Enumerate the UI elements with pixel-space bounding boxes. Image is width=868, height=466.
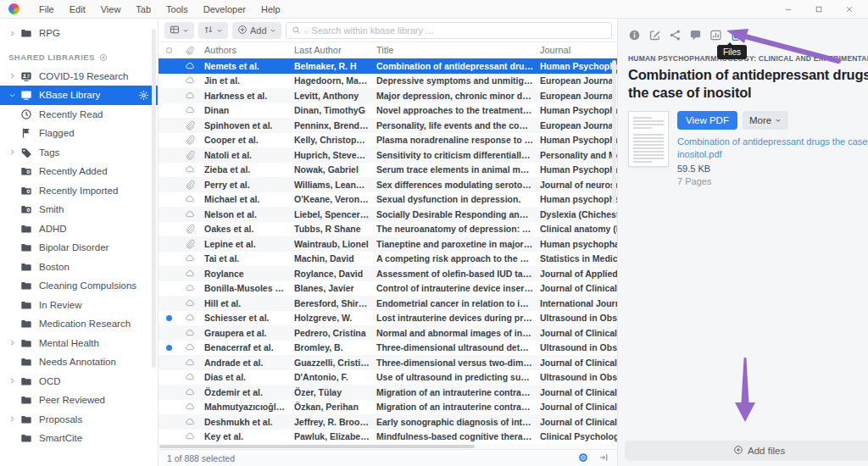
library-settings-gear-icon[interactable]	[138, 90, 149, 101]
sync-target-icon[interactable]	[578, 452, 588, 464]
chevron-down-icon[interactable]	[8, 92, 20, 99]
table-row[interactable]: Schiesser et al.Holzgreve, W.Lost intrau…	[159, 311, 617, 326]
sidebar-item-recently-added[interactable]: Recently Added	[0, 162, 158, 181]
chevron-right-icon[interactable]	[8, 30, 20, 37]
chevron-right-icon[interactable]	[8, 72, 20, 80]
menu-tools[interactable]: Tools	[159, 0, 196, 19]
sidebar-item-peer-reviewed[interactable]: Peer Reviewed	[0, 391, 158, 410]
add-shared-library-icon[interactable]	[95, 53, 108, 62]
horizontal-scrollbar[interactable]	[159, 445, 475, 448]
menu-help[interactable]: Help	[253, 0, 288, 19]
sidebar-item-cleaning-compulsions[interactable]: Cleaning Compulsions	[0, 276, 158, 296]
chevron-right-icon[interactable]	[8, 377, 20, 385]
edit-icon[interactable]	[648, 29, 661, 42]
sidebar-item-recently-imported[interactable]: Recently Imported	[0, 181, 158, 201]
search-box[interactable]	[286, 22, 612, 39]
plus-circle-icon	[733, 445, 743, 457]
sidebar-item-covid-19-research[interactable]: COVID-19 Research	[0, 67, 158, 86]
sidebar-item-bipolar-disorder[interactable]: Bipolar Disorder	[0, 238, 158, 258]
title-cell: Depressive symptoms and unmitigated comm…	[376, 75, 540, 86]
sidebar-item-needs-annotation[interactable]: Needs Annotation	[0, 352, 158, 372]
sidebar-item-rpg[interactable]: RPG	[0, 24, 158, 43]
chevron-right-icon[interactable]	[8, 339, 20, 347]
chevron-right-icon[interactable]	[8, 148, 20, 156]
sidebar-item-medication-research[interactable]: Medication Research	[0, 314, 158, 334]
table-row[interactable]: Dias et al.D'Antonio, F.Use of ultrasoun…	[159, 370, 617, 386]
menu-edit[interactable]: Edit	[62, 0, 93, 19]
menu-file[interactable]: File	[31, 0, 62, 19]
table-row[interactable]: Jin et al.Hagedoorn, MariëtDepressive sy…	[159, 74, 617, 89]
more-button-label: More	[749, 115, 771, 125]
table-row[interactable]: Oakes et al.Tubbs, R ShaneThe neuroanato…	[159, 222, 617, 237]
table-row[interactable]: Tai et al.Machin, DavidA competing risk …	[159, 252, 617, 267]
collapse-panel-icon[interactable]	[598, 452, 609, 464]
article-title: Combination of antidepressant drugs: the…	[628, 66, 868, 102]
authors-cell: Nelson et al.	[204, 209, 294, 219]
pdf-thumbnail[interactable]	[628, 111, 669, 167]
more-button[interactable]: More	[743, 111, 788, 130]
table-row[interactable]: Nelson et al.Liebel, Spencer WSocially D…	[159, 207, 617, 222]
table-row[interactable]: Hill et al.Beresford, Shirley A.A.Endome…	[159, 296, 617, 311]
list-vertical-scrollbar[interactable]	[612, 60, 616, 204]
sidebar-item-proposals[interactable]: Proposals	[0, 410, 158, 430]
table-row[interactable]: Michael et al.O'Keane, VeronicaSexual dy…	[159, 192, 617, 208]
table-row[interactable]: Cooper et al.Kelly, Christopher BPlasma …	[159, 133, 617, 148]
menu-developer[interactable]: Developer	[196, 0, 253, 19]
sidebar-item-smartcite[interactable]: SmartCite	[0, 429, 158, 448]
folder-icon	[20, 241, 33, 254]
table-row[interactable]: Zieba et al.Nowak, GabrielSerum trace el…	[159, 163, 617, 178]
sidebar-item-smith[interactable]: Smith	[0, 200, 158, 219]
table-row[interactable]: DinanDinan, TimothyGNovel approaches to …	[159, 103, 617, 119]
sidebar-item-label: KBase Library	[39, 90, 100, 100]
table-row[interactable]: Perry et al.Williams, Leanne MSex differ…	[159, 177, 617, 192]
sidebar-item-boston[interactable]: Boston	[0, 258, 158, 277]
menu-view[interactable]: View	[93, 0, 129, 19]
search-input[interactable]	[312, 25, 606, 36]
table-row[interactable]: Graupera et al.Pedrero, CristinaNormal a…	[159, 325, 617, 341]
authors-cell: Zieba et al.	[204, 164, 294, 175]
table-row[interactable]: Natoli et al.Huprich, Steven K.Sensitivi…	[159, 147, 617, 163]
file-name-link[interactable]: Combination of antidepressant drugs the …	[677, 136, 868, 161]
table-row[interactable]: Andrade et al.Guazzelli, Cristina AparTh…	[159, 355, 617, 370]
table-row[interactable]: Lepine et al.Waintraub, LionelTianeptine…	[159, 236, 617, 252]
tag-icon	[20, 146, 33, 158]
table-row[interactable]: Mahmutyazıcıoğlu et al.Özkan, PerihanMig…	[159, 400, 617, 415]
chevron-right-icon[interactable]	[8, 415, 20, 423]
add-files-button[interactable]: Add files	[625, 441, 868, 461]
view-columns-button[interactable]	[164, 22, 194, 39]
sidebar-item-kbase-library[interactable]: KBase Library	[0, 86, 158, 105]
chevron-down-icon	[216, 25, 223, 36]
minimize-button[interactable]	[776, 1, 800, 18]
sidebar-item-recently-read[interactable]: Recently Read	[0, 105, 158, 125]
info-icon[interactable]	[628, 29, 641, 42]
table-row[interactable]: Spinhoven et al.Penninx, Brenda WJHPerso…	[159, 118, 617, 133]
table-row[interactable]: Benacerraf et al.Bromley, B.Three-dimens…	[159, 341, 617, 356]
close-button[interactable]	[837, 1, 861, 18]
sidebar-item-in-review[interactable]: In Review	[0, 296, 158, 315]
title-cell: Sex differences modulating serotonergic …	[376, 180, 540, 190]
sort-button[interactable]	[198, 22, 228, 39]
sidebar-item-tags[interactable]: Tags	[0, 143, 158, 163]
table-row[interactable]: Key et al.Pawluk, Elizabeth J.Mindfulnes…	[159, 430, 617, 445]
sidebar-item-mental-health[interactable]: Mental Health	[0, 334, 158, 353]
comment-icon[interactable]	[689, 29, 702, 42]
sidebar-item-ocd[interactable]: OCD	[0, 372, 158, 391]
maximize-button[interactable]	[807, 1, 831, 18]
table-row[interactable]: Harkness et al.Levitt, AnthonyMajor depr…	[159, 88, 617, 103]
table-header[interactable]: Authors Last Author Title Journal	[159, 42, 617, 58]
table-row[interactable]: Nemets et al.Belmaker, R. HCombination o…	[159, 58, 617, 74]
sidebar-item-adhd[interactable]: ADHD	[0, 219, 158, 239]
last-author-cell: Waintraub, Lionel	[294, 239, 376, 249]
table-row[interactable]: Bonilla-Musoles et al.Blanes, JavierCont…	[159, 281, 617, 297]
metrics-icon[interactable]	[709, 29, 722, 42]
sidebar-item-flagged[interactable]: Flagged	[0, 124, 158, 143]
table-row[interactable]: RoylanceRoylance, DavidAssessment of ole…	[159, 266, 617, 281]
table-row[interactable]: Özdemir et al.Özer, TülayMigration of an…	[159, 385, 617, 400]
view-pdf-button[interactable]: View PDF	[677, 111, 737, 130]
menu-tab[interactable]: Tab	[128, 0, 159, 19]
table-row[interactable]: Deshmukh et al.Jeffrey, R. BrookeEarly s…	[159, 414, 617, 430]
sidebar-scrollbar[interactable]	[152, 29, 156, 368]
add-button[interactable]: Add	[232, 22, 281, 39]
share-icon[interactable]	[669, 29, 682, 42]
folder-icon	[20, 298, 33, 311]
